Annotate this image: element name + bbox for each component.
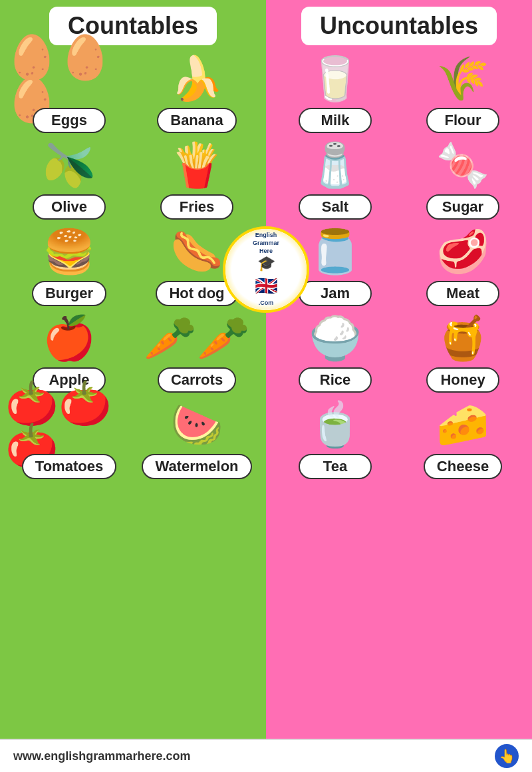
food-image: 🧀 — [436, 398, 489, 451]
list-item: 🥕🥕 Carrots — [133, 311, 261, 393]
food-label: Eggs — [33, 108, 106, 133]
food-label: Banana — [157, 108, 236, 133]
food-image: 🍵 — [309, 398, 362, 451]
food-image: 🥚🥚🥚 — [5, 52, 133, 105]
logo-hat-icon: 🎓 — [257, 255, 275, 272]
list-item: 🍉 Watermelon — [133, 398, 261, 479]
food-image: 🫙 — [309, 225, 362, 278]
food-image: 🥛 — [309, 52, 362, 105]
list-item: 🥛 Milk — [271, 52, 399, 133]
list-item: 🧀 Cheese — [399, 398, 527, 479]
food-label: Tomatoes — [22, 454, 116, 479]
food-image: 🥕🥕 — [144, 311, 250, 365]
food-image: 🍚 — [309, 311, 362, 365]
food-label: Salt — [299, 194, 372, 220]
list-item: 🍌 Banana — [133, 52, 261, 133]
food-image: 🌾 — [436, 52, 489, 105]
list-item: 🫒 Olive — [5, 138, 133, 220]
food-label: Watermelon — [142, 454, 251, 479]
food-image: 🍌 — [170, 52, 223, 105]
list-item: 🍯 Honey — [399, 311, 527, 393]
logo-text: EnglishGrammarHere — [253, 232, 279, 255]
logo: EnglishGrammarHere 🎓 🇬🇧 .Com — [223, 226, 309, 313]
list-item: 🍟 Fries — [133, 138, 261, 220]
list-item: 🥚🥚🥚 Eggs — [5, 52, 133, 133]
food-label: Cheese — [424, 454, 502, 479]
food-label: Sugar — [426, 194, 499, 220]
logo-dot-com: .Com — [259, 299, 274, 307]
food-image: 🥩 — [436, 225, 489, 278]
food-label: Honey — [426, 367, 499, 393]
food-label: Meat — [426, 281, 499, 306]
food-image: 🍎 — [43, 311, 96, 365]
hand-pointer-icon: 👆 — [495, 744, 519, 768]
list-item: 🌾 Flour — [399, 52, 527, 133]
list-item: 🥩 Meat — [399, 225, 527, 306]
food-label: Flour — [426, 108, 499, 133]
food-image: 🍅🍅🍅 — [5, 398, 133, 451]
food-label: Milk — [299, 108, 372, 133]
food-image: 🫒 — [43, 138, 96, 192]
food-label: Rice — [299, 367, 372, 393]
food-label: Jam — [299, 281, 372, 306]
countables-panel: Countables 🥚🥚🥚 Eggs 🍌 Banana 🫒 Olive 🍟 F… — [0, 0, 266, 739]
list-item: 🧂 Salt — [271, 138, 399, 220]
logo-flag-icon: 🇬🇧 — [255, 275, 278, 297]
food-label: Tea — [299, 454, 372, 479]
food-image: 🍬 — [436, 138, 489, 192]
footer: www.englishgrammarhere.com 👆 — [0, 739, 532, 772]
main-wrapper: Countables 🥚🥚🥚 Eggs 🍌 Banana 🫒 Olive 🍟 F… — [0, 0, 532, 739]
food-image: 🌭 — [170, 225, 223, 278]
list-item: 🍬 Sugar — [399, 138, 527, 220]
food-image: 🧂 — [309, 138, 362, 192]
list-item: 🍔 Burger — [5, 225, 133, 306]
list-item: 🍅🍅🍅 Tomatoes — [5, 398, 133, 479]
food-image: 🍟 — [170, 138, 223, 192]
food-label: Burger — [32, 281, 106, 306]
list-item: 🍚 Rice — [271, 311, 399, 393]
food-image: 🍯 — [436, 311, 489, 365]
food-label: Carrots — [158, 367, 236, 393]
uncountables-panel: Uncountables 🥛 Milk 🌾 Flour 🧂 Salt 🍬 Sug… — [266, 0, 532, 739]
list-item: 🍵 Tea — [271, 398, 399, 479]
food-image: 🍔 — [43, 225, 96, 278]
uncountables-title: Uncountables — [301, 7, 497, 45]
food-image: 🍉 — [170, 398, 223, 451]
food-label: Fries — [160, 194, 233, 220]
footer-url: www.englishgrammarhere.com — [13, 749, 190, 763]
food-label: Olive — [33, 194, 106, 220]
